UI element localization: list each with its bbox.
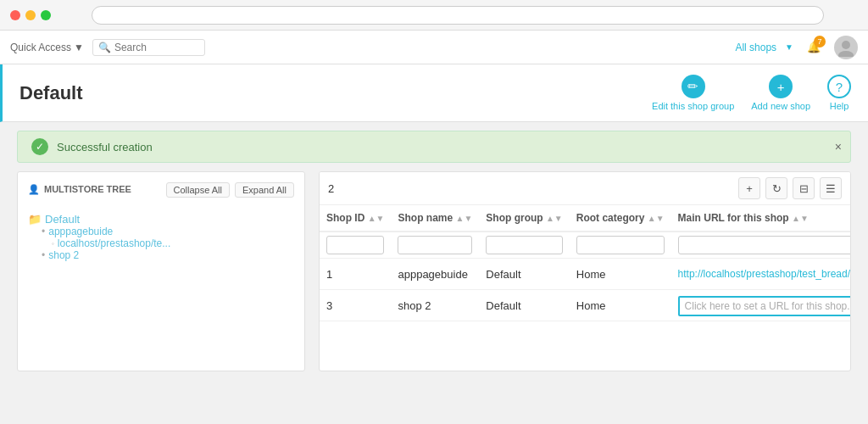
add-new-shop-button[interactable]: + Add new shop — [751, 75, 810, 111]
success-close-button[interactable]: × — [835, 140, 842, 153]
help-button[interactable]: ? Help — [827, 75, 851, 111]
url-bar[interactable] — [92, 6, 824, 25]
table-header-row: Shop ID ▲▼ Shop name ▲▼ Shop group ▲▼ Ro… — [320, 205, 851, 232]
col-shop-group: Shop group ▲▼ — [479, 205, 569, 232]
table-count: 2 — [328, 182, 334, 195]
folder-icon: 📁 — [28, 213, 42, 226]
sort-icon-shop-group: ▲▼ — [546, 214, 563, 223]
sidebar-title: 👤 MULTISTORE TREE — [28, 184, 131, 195]
table-filter-row: 🔍 Search — [320, 232, 851, 259]
row2-id: 3 — [320, 290, 391, 321]
tree-root-label: Default — [45, 213, 80, 226]
tree-child-sub-label-1: localhost/prestashop/te... — [58, 237, 170, 249]
notifications-button[interactable]: 🔔 7 — [802, 36, 826, 59]
search-box[interactable]: 🔍 — [92, 39, 205, 56]
filter-name-input[interactable] — [398, 236, 472, 254]
col-root-category-label: Root category — [576, 212, 645, 224]
window-controls — [10, 10, 51, 20]
row2-group: Default — [479, 290, 569, 321]
filter-group-input[interactable] — [486, 236, 562, 254]
filter-url-cell — [671, 232, 851, 259]
table-row: 3 shop 2 Default Home Click here to set … — [320, 290, 851, 321]
col-shop-id-label: Shop ID — [326, 212, 364, 224]
row1-name: apppagebuide — [391, 259, 479, 290]
header-actions: ✏ Edit this shop group + Add new shop ? … — [652, 75, 851, 111]
edit-shop-group-button[interactable]: ✏ Edit this shop group — [652, 75, 734, 111]
shops-table: Shop ID ▲▼ Shop name ▲▼ Shop group ▲▼ Ro… — [320, 205, 851, 321]
sidebar-title-label: MULTISTORE TREE — [44, 184, 131, 194]
col-shop-id: Shop ID ▲▼ — [320, 205, 391, 232]
row2-category: Home — [570, 290, 671, 321]
nav-right: All shops ▼ 🔔 7 — [735, 36, 858, 59]
filter-url-input[interactable] — [678, 236, 851, 254]
tree-child-label-1: apppagebuide — [48, 226, 113, 237]
row1-id: 1 — [320, 259, 391, 290]
col-shop-group-label: Shop group — [486, 212, 542, 224]
add-new-shop-icon: + — [769, 75, 793, 98]
sort-icon-main-url: ▲▼ — [792, 214, 809, 223]
all-shops-link[interactable]: All shops — [735, 42, 776, 53]
help-label: Help — [830, 101, 849, 111]
filter-category-input[interactable] — [576, 236, 665, 254]
click-here-tooltip-wrapper: Click Here — [320, 321, 850, 371]
tree-child-shop2[interactable]: • shop 2 — [28, 249, 294, 261]
all-shops-arrow: ▼ — [785, 42, 793, 52]
maximize-window-button[interactable] — [41, 10, 51, 20]
table-add-button[interactable]: + — [738, 177, 760, 199]
tree-child-localhost[interactable]: ◦ localhost/prestashop/te... — [28, 237, 294, 249]
tree-bullet-1: • — [42, 226, 45, 237]
title-bar — [0, 0, 868, 31]
search-icon: 🔍 — [98, 42, 111, 53]
top-nav: Quick Access ▼ 🔍 All shops ▼ 🔔 7 — [0, 31, 868, 64]
help-icon: ? — [827, 75, 851, 98]
col-shop-name-label: Shop name — [398, 212, 453, 224]
avatar[interactable] — [834, 36, 858, 59]
minimize-window-button[interactable] — [25, 10, 36, 20]
row1-category: Home — [570, 259, 671, 290]
col-main-url: Main URL for this shop ▲▼ — [671, 205, 851, 232]
row2-set-url-link[interactable]: Click here to set a URL for this shop. — [678, 296, 851, 316]
edit-shop-group-icon: ✏ — [682, 75, 705, 98]
svg-point-1 — [838, 51, 854, 57]
table-more-button[interactable]: ☰ — [820, 177, 842, 199]
success-message: Successful creation — [57, 141, 153, 153]
sidebar-actions: Collapse All Expand All — [166, 182, 294, 198]
table-toolbar: 2 + ↻ ⊟ ☰ — [320, 172, 850, 205]
col-main-url-label: Main URL for this shop — [678, 212, 789, 224]
page-title: Default — [19, 82, 83, 104]
row1-group: Default — [479, 259, 569, 290]
main-content: 👤 MULTISTORE TREE Collapse All Expand Al… — [0, 171, 868, 388]
page-header: Default ✏ Edit this shop group + Add new… — [0, 64, 868, 122]
row1-url[interactable]: http://localhost/prestashop/test_bread/ — [671, 259, 851, 290]
row2-url-cell: Click here to set a URL for this shop. — [671, 290, 851, 321]
tree-root-default[interactable]: 📁 Default — [28, 213, 294, 226]
success-icon: ✓ — [31, 138, 48, 155]
collapse-all-button[interactable]: Collapse All — [166, 182, 230, 198]
table-columns-button[interactable]: ⊟ — [793, 177, 815, 199]
edit-shop-group-label: Edit this shop group — [652, 101, 734, 111]
close-window-button[interactable] — [10, 10, 20, 20]
tree-root-item: 📁 Default • apppagebuide ◦ localhost/pre… — [28, 211, 294, 263]
filter-group-cell — [479, 232, 569, 259]
svg-point-0 — [842, 41, 850, 49]
sort-icon-shop-id: ▲▼ — [368, 214, 385, 223]
tree-child-label-2: shop 2 — [48, 249, 79, 261]
table-actions: + ↻ ⊟ ☰ — [738, 177, 842, 199]
sort-icon-root-category: ▲▼ — [648, 214, 665, 223]
quick-access-label: Quick Access — [10, 42, 71, 53]
filter-name-cell — [391, 232, 479, 259]
tree-child-apppagebuide[interactable]: • apppagebuide — [28, 226, 294, 237]
col-shop-name: Shop name ▲▼ — [391, 205, 479, 232]
tree-bullet-2: • — [42, 249, 45, 261]
table-refresh-button[interactable]: ↻ — [765, 177, 787, 199]
quick-access-menu[interactable]: Quick Access ▼ — [10, 42, 84, 53]
expand-all-button[interactable]: Expand All — [235, 182, 294, 198]
sort-icon-shop-name: ▲▼ — [456, 214, 473, 223]
sidebar: 👤 MULTISTORE TREE Collapse All Expand Al… — [17, 171, 305, 371]
filter-id-cell — [320, 232, 391, 259]
filter-id-input[interactable] — [326, 236, 384, 254]
table-row: 1 apppagebuide Default Home http://local… — [320, 259, 851, 290]
search-input[interactable] — [114, 42, 199, 53]
table-panel: 2 + ↻ ⊟ ☰ Shop ID ▲▼ Shop name ▲▼ — [319, 171, 851, 371]
notification-badge: 7 — [814, 36, 826, 47]
